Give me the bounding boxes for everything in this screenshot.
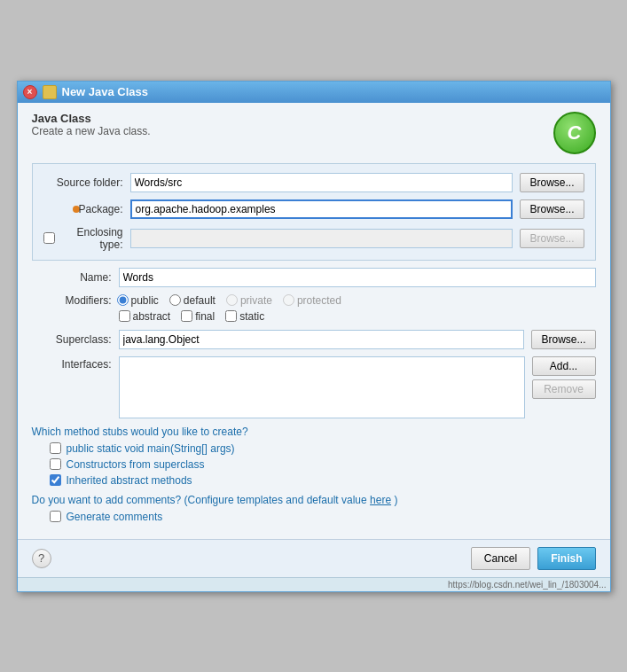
package-row: Package: Browse... [43, 199, 584, 219]
interfaces-label: Interfaces: [32, 356, 112, 371]
help-button[interactable]: ? [32, 549, 51, 568]
modifiers-row1: Modifiers: public default private [32, 294, 596, 307]
enclosing-browse-button[interactable]: Browse... [520, 229, 584, 248]
stubs-main-checkbox[interactable] [50, 442, 61, 454]
page-title: Java Class [32, 112, 151, 125]
comments-item: Generate comments [50, 511, 596, 523]
name-row: Name: [32, 268, 596, 287]
name-input[interactable] [119, 268, 596, 287]
comments-section: Do you want to add comments? (Configure … [32, 494, 596, 523]
remove-interface-button[interactable]: Remove [532, 379, 596, 399]
close-button[interactable]: × [23, 85, 37, 99]
modifier-static-label: static [239, 310, 264, 323]
enclosing-checkbox[interactable] [43, 232, 55, 244]
stubs-item-2: Constructors from superclass [50, 458, 596, 471]
modifier-default-label: default [184, 294, 216, 307]
dialog-title: New Java Class [62, 85, 605, 98]
modifier-final-option[interactable]: final [181, 310, 215, 323]
modifier-default-option[interactable]: default [169, 294, 216, 307]
modifier-abstract-checkbox[interactable] [119, 310, 130, 322]
new-java-class-dialog: × New Java Class Java Class Create a new… [17, 81, 611, 592]
form-section: Source folder: Browse... Package: Browse… [32, 163, 596, 261]
logo-icon: C [553, 112, 596, 154]
superclass-browse-button[interactable]: Browse... [531, 330, 595, 349]
modifier-protected-radio[interactable] [283, 294, 294, 306]
modifier-final-label: final [195, 310, 215, 323]
modifier-private-label: private [240, 294, 272, 307]
generate-comments-checkbox[interactable] [50, 511, 61, 522]
cancel-button[interactable]: Cancel [471, 547, 530, 570]
modifier-default-radio[interactable] [169, 294, 181, 306]
stubs-item-3: Inherited abstract methods [50, 474, 596, 487]
stubs-inherited-checkbox[interactable] [50, 474, 61, 486]
header-section: Java Class Create a new Java class. C [32, 112, 596, 154]
modifier-final-checkbox[interactable] [181, 310, 192, 322]
modifiers-section: Modifiers: public default private [32, 294, 596, 323]
modifier-abstract-label: abstract [133, 310, 171, 323]
enclosing-input[interactable] [130, 229, 513, 248]
comments-link[interactable]: here [370, 494, 391, 506]
interfaces-box [119, 356, 525, 418]
modifier-private-option[interactable]: private [226, 294, 272, 307]
generate-comments-label: Generate comments [67, 511, 163, 523]
source-folder-browse-button[interactable]: Browse... [520, 173, 584, 192]
modifiers-label: Modifiers: [32, 294, 112, 307]
source-folder-input[interactable] [130, 173, 513, 192]
modifier-static-checkbox[interactable] [225, 310, 237, 322]
modifiers-radio-group: public default private protected [117, 294, 341, 307]
add-interface-button[interactable]: Add... [532, 356, 596, 376]
stubs-inherited-label: Inherited abstract methods [67, 474, 192, 487]
modifier-public-label: public [131, 294, 159, 307]
comments-title: Do you want to add comments? (Configure … [32, 494, 596, 506]
enclosing-row: Enclosing type: Browse... [43, 226, 584, 251]
superclass-input[interactable] [119, 330, 525, 349]
modifier-protected-option[interactable]: protected [283, 294, 341, 307]
footer-left: ? [32, 549, 51, 568]
finish-button[interactable]: Finish [537, 547, 595, 570]
package-label: Package: [43, 203, 123, 215]
modifier-static-option[interactable]: static [225, 310, 264, 323]
stubs-main-label: public static void main(String[] args) [67, 442, 235, 455]
source-folder-label: Source folder: [43, 176, 123, 189]
modifier-abstract-option[interactable]: abstract [119, 310, 171, 323]
footer: ? Cancel Finish [18, 539, 610, 577]
stubs-constructors-label: Constructors from superclass [67, 458, 205, 471]
superclass-row: Superclass: Browse... [32, 330, 596, 349]
superclass-label: Superclass: [32, 333, 112, 346]
package-input[interactable] [130, 199, 513, 219]
source-folder-row: Source folder: Browse... [43, 173, 584, 192]
minimize-button[interactable] [43, 85, 57, 99]
package-browse-button[interactable]: Browse... [520, 199, 584, 219]
enclosing-label: Enclosing type: [58, 226, 123, 251]
modifier-public-option[interactable]: public [117, 294, 159, 307]
modifier-public-radio[interactable] [117, 294, 129, 306]
titlebar: × New Java Class [18, 82, 610, 103]
modifier-protected-label: protected [297, 294, 341, 307]
enclosing-label-container: Enclosing type: [43, 226, 123, 251]
footer-right: Cancel Finish [471, 547, 596, 570]
stubs-title: Which method stubs would you like to cre… [32, 426, 596, 438]
interfaces-buttons: Add... Remove [532, 356, 596, 399]
interfaces-row: Interfaces: Add... Remove [32, 356, 596, 418]
url-bar: https://blog.csdn.net/wei_lin_/1803004..… [18, 577, 610, 591]
page-subtitle: Create a new Java class. [32, 125, 151, 137]
name-label: Name: [32, 271, 112, 284]
stubs-constructors-checkbox[interactable] [50, 458, 61, 470]
header-text: Java Class Create a new Java class. [32, 112, 151, 137]
modifiers-row2: abstract final static [119, 310, 596, 323]
stubs-section: Which method stubs would you like to cre… [32, 426, 596, 487]
modifier-private-radio[interactable] [226, 294, 238, 306]
dialog-body: Java Class Create a new Java class. C So… [18, 103, 610, 539]
stubs-item-1: public static void main(String[] args) [50, 442, 596, 455]
